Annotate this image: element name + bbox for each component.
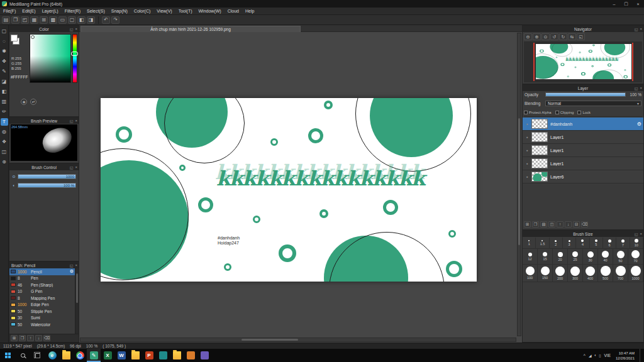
- brush-size-cell[interactable]: 70: [628, 249, 643, 265]
- layer-row[interactable]: ● Layer1 ⚙: [523, 144, 643, 157]
- panel-header-icon[interactable]: ×: [640, 232, 642, 236]
- tool-icon[interactable]: ✎: [1, 68, 8, 75]
- tray-chevron-icon[interactable]: ^: [584, 353, 586, 358]
- brush-size-cell[interactable]: 200: [553, 265, 568, 282]
- panel-header-icon[interactable]: ×: [75, 263, 77, 267]
- brush-size-slider[interactable]: 1000: [18, 174, 76, 179]
- brush-size-cell[interactable]: 10: [630, 238, 643, 249]
- brush-list-footer-icon[interactable]: ❐: [19, 335, 26, 341]
- tray-status-icon[interactable]: ◢: [589, 353, 592, 358]
- brush-list-item[interactable]: 50 Watercolor ⚙: [9, 321, 75, 328]
- search-button[interactable]: [15, 349, 30, 362]
- taskbar-app-button[interactable]: [59, 349, 73, 362]
- layer-option-checkbox[interactable]: Clipping: [555, 111, 574, 114]
- brush-size-cell[interactable]: 40: [598, 249, 613, 265]
- task-view-button[interactable]: [30, 349, 45, 362]
- brush-size-cell[interactable]: 7: [616, 238, 630, 249]
- tool-icon[interactable]: ⊕: [1, 158, 8, 166]
- brush-list-footer-icon[interactable]: ⊞: [11, 335, 18, 341]
- clock[interactable]: 10:47 AM 12/26/2021: [614, 351, 636, 361]
- brush-list-item[interactable]: 30 Sumi ⚙: [9, 315, 75, 322]
- menu-item[interactable]: Filter(R): [62, 9, 84, 13]
- window-control-button[interactable]: ▢: [620, 0, 632, 8]
- brush-size-cell[interactable]: 20: [553, 249, 568, 265]
- toolbar-icon[interactable]: ▩: [49, 16, 57, 24]
- menu-item[interactable]: Color(C): [131, 9, 153, 13]
- tool-icon[interactable]: ▢: [1, 28, 8, 35]
- toolbar-icon[interactable]: ⊞: [40, 16, 48, 24]
- brush-size-cell[interactable]: 50: [613, 249, 628, 265]
- redo-icon[interactable]: ↷: [111, 16, 119, 24]
- tool-icon[interactable]: ✱: [1, 48, 8, 55]
- layer-footer-icon[interactable]: ❐: [532, 221, 539, 228]
- hue-slider[interactable]: [72, 34, 77, 83]
- navigator-control-icon[interactable]: ◱: [577, 33, 585, 40]
- document-tab[interactable]: Ảnh chụp màn hình 2021-12-26 102959.png: [80, 26, 301, 32]
- brush-list-footer-icon[interactable]: ↑: [27, 335, 34, 341]
- canvas-horizontal-scrollbar[interactable]: [80, 337, 516, 342]
- toolbar-icon[interactable]: ❐: [11, 16, 19, 24]
- menu-item[interactable]: Layer(L): [39, 9, 62, 13]
- brush-size-cell[interactable]: 1.5: [536, 238, 549, 249]
- menu-item[interactable]: Help: [242, 9, 257, 13]
- navigator-control-icon[interactable]: ⊙: [541, 33, 550, 40]
- brush-size-cell[interactable]: 6: [603, 238, 616, 249]
- show-desktop-button[interactable]: [640, 349, 642, 362]
- brush-list-footer-icon[interactable]: ⌫: [43, 335, 50, 341]
- navigator-control-icon[interactable]: ⊕: [533, 33, 541, 40]
- layer-settings-gear-icon[interactable]: ⚙: [637, 121, 641, 127]
- layer-opacity-slider[interactable]: [545, 92, 626, 97]
- menu-item[interactable]: File(F): [0, 9, 19, 13]
- brush-size-cell[interactable]: 25: [568, 249, 583, 265]
- start-button[interactable]: [0, 349, 15, 362]
- brush-size-cell[interactable]: 400: [583, 265, 598, 282]
- window-control-button[interactable]: ×: [632, 0, 644, 8]
- navigator-control-icon[interactable]: ↻: [559, 33, 567, 40]
- panel-header-icon[interactable]: ◱: [635, 86, 638, 90]
- tool-icon[interactable]: ◫: [1, 148, 8, 156]
- layer-row[interactable]: ● Layer6 ⚙: [523, 170, 643, 184]
- tool-icon[interactable]: ✏: [1, 108, 8, 116]
- window-control-button[interactable]: –: [608, 0, 620, 8]
- layer-footer-icon[interactable]: ▤: [540, 221, 547, 228]
- taskbar-app-button[interactable]: [73, 349, 87, 362]
- saturation-value-picker[interactable]: [30, 34, 71, 83]
- panel-header-icon[interactable]: ◱: [635, 27, 638, 31]
- brush-size-cell[interactable]: 30: [583, 249, 598, 265]
- layer-visibility-icon[interactable]: ●: [525, 148, 529, 152]
- panel-header-icon[interactable]: ×: [75, 27, 77, 31]
- toolbar-icon[interactable]: ▦: [30, 16, 38, 24]
- brush-size-cell[interactable]: 300: [568, 265, 583, 282]
- taskbar-app-button[interactable]: ✎: [87, 349, 101, 362]
- layer-row[interactable]: ● Layer1 ⚙: [523, 131, 643, 144]
- tool-icon[interactable]: ❖: [1, 138, 8, 146]
- toolbar-icon[interactable]: ▭: [58, 16, 67, 24]
- layer-footer-icon[interactable]: ◫: [548, 221, 555, 228]
- brush-list-item[interactable]: 8 Pen ⚙: [9, 275, 75, 282]
- layer-option-checkbox[interactable]: Protect Alpha: [524, 111, 552, 114]
- foreground-color-swatch[interactable]: [11, 35, 18, 41]
- tool-icon[interactable]: ◍: [1, 128, 8, 136]
- brush-size-cell[interactable]: 15: [538, 249, 553, 265]
- taskbar-app-button[interactable]: [156, 349, 170, 362]
- brush-size-cell[interactable]: 5: [590, 238, 603, 249]
- canvas-vertical-scrollbar[interactable]: [517, 33, 521, 336]
- panel-header-icon[interactable]: ◱: [70, 165, 74, 170]
- toolbar-icon[interactable]: ▤: [2, 16, 10, 24]
- layer-footer-icon[interactable]: ↑: [557, 221, 564, 228]
- tool-icon[interactable]: ◌: [1, 38, 8, 45]
- brush-size-cell[interactable]: 2: [550, 238, 563, 249]
- taskbar-app-button[interactable]: [170, 349, 184, 362]
- panel-header-icon[interactable]: ◱: [70, 119, 74, 123]
- undo-icon[interactable]: ↶: [102, 16, 110, 24]
- brush-list-footer-icon[interactable]: ↓: [35, 335, 42, 341]
- toolbar-icon[interactable]: ◨: [87, 16, 95, 24]
- navigator-thumbnail-area[interactable]: kkkkkkkkkkkkkkkk kkkkkkkkkkkkkkkk: [524, 41, 642, 82]
- panel-header-icon[interactable]: ◱: [635, 232, 638, 236]
- color-panel-button[interactable]: ⇄: [30, 99, 36, 105]
- layer-footer-icon[interactable]: ⌫: [581, 221, 588, 228]
- tray-status-icon[interactable]: ▯: [599, 353, 601, 358]
- layer-option-checkbox[interactable]: Lock: [577, 111, 591, 114]
- panel-header-icon[interactable]: ×: [640, 86, 642, 90]
- brush-size-cell[interactable]: 700: [613, 265, 628, 282]
